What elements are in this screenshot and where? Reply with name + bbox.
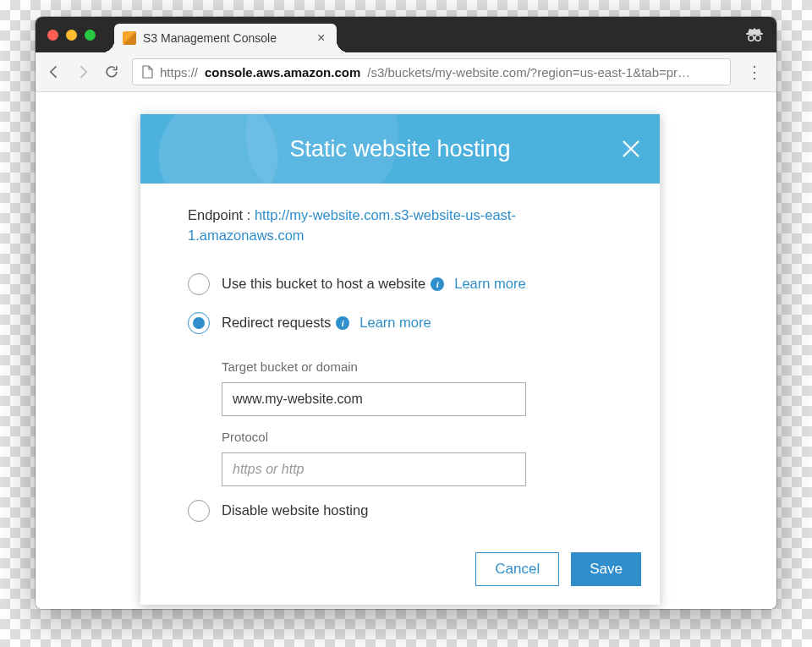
info-icon[interactable]: i bbox=[336, 316, 349, 330]
back-button[interactable] bbox=[46, 63, 63, 80]
tab-close-button[interactable]: × bbox=[317, 30, 325, 46]
endpoint: Endpoint : http://my-website.com.s3-webs… bbox=[188, 206, 612, 246]
svg-point-1 bbox=[749, 36, 754, 41]
learn-more-host[interactable]: Learn more bbox=[454, 276, 525, 292]
option-host-website[interactable]: Use this bucket to host a website i Lear… bbox=[188, 265, 612, 304]
redirect-subform: Target bucket or domain Protocol bbox=[188, 343, 612, 491]
url-scheme: https:// bbox=[160, 65, 198, 80]
reload-button[interactable] bbox=[103, 63, 120, 80]
address-bar: https://console.aws.amazon.com/s3/bucket… bbox=[36, 52, 776, 92]
browser-tab[interactable]: S3 Management Console × bbox=[114, 24, 337, 52]
url-path: /s3/buckets/my-website.com/?region=us-ea… bbox=[367, 65, 690, 80]
endpoint-label: Endpoint : bbox=[188, 207, 255, 222]
protocol-input[interactable] bbox=[222, 452, 526, 486]
tab-title: S3 Management Console bbox=[143, 31, 277, 45]
page-icon bbox=[141, 65, 153, 79]
incognito-icon bbox=[744, 28, 765, 41]
titlebar: S3 Management Console × bbox=[36, 17, 776, 52]
save-button[interactable]: Save bbox=[571, 552, 641, 586]
option-redirect-label: Redirect requests bbox=[222, 315, 331, 331]
forward-button[interactable] bbox=[74, 63, 91, 80]
browser-menu-button[interactable]: ⋮ bbox=[743, 62, 766, 82]
svg-point-2 bbox=[755, 36, 760, 41]
dialog-close-button[interactable] bbox=[619, 137, 643, 161]
cancel-button[interactable]: Cancel bbox=[475, 552, 559, 586]
dialog-header: Static website hosting bbox=[140, 114, 660, 184]
radio-host-website[interactable] bbox=[188, 273, 210, 295]
window-minimize-button[interactable] bbox=[66, 30, 77, 41]
window-close-button[interactable] bbox=[47, 30, 58, 41]
target-label: Target bucket or domain bbox=[222, 359, 612, 374]
page-content: Static website hosting Endpoint : http:/… bbox=[36, 92, 776, 609]
window-controls bbox=[47, 30, 96, 41]
radio-disable-hosting[interactable] bbox=[188, 500, 210, 522]
option-disable-label: Disable website hosting bbox=[222, 502, 368, 518]
dialog-body: Endpoint : http://my-website.com.s3-webs… bbox=[140, 184, 660, 537]
option-redirect-requests[interactable]: Redirect requests i Learn more bbox=[188, 304, 612, 343]
target-bucket-input[interactable] bbox=[222, 382, 526, 416]
svg-rect-0 bbox=[746, 33, 763, 35]
option-disable-hosting[interactable]: Disable website hosting bbox=[188, 491, 612, 530]
dialog-footer: Cancel Save bbox=[140, 537, 660, 605]
window-zoom-button[interactable] bbox=[85, 30, 96, 41]
favicon-icon bbox=[123, 31, 136, 45]
info-icon[interactable]: i bbox=[431, 277, 444, 291]
radio-redirect-requests[interactable] bbox=[188, 312, 210, 334]
url-host: console.aws.amazon.com bbox=[205, 65, 360, 80]
static-website-hosting-dialog: Static website hosting Endpoint : http:/… bbox=[140, 114, 660, 605]
browser-window: S3 Management Console × h bbox=[36, 17, 776, 609]
dialog-title: Static website hosting bbox=[289, 136, 510, 162]
url-input[interactable]: https://console.aws.amazon.com/s3/bucket… bbox=[132, 58, 731, 85]
option-host-label: Use this bucket to host a website bbox=[222, 276, 425, 292]
learn-more-redirect[interactable]: Learn more bbox=[359, 315, 431, 331]
protocol-label: Protocol bbox=[222, 430, 612, 444]
